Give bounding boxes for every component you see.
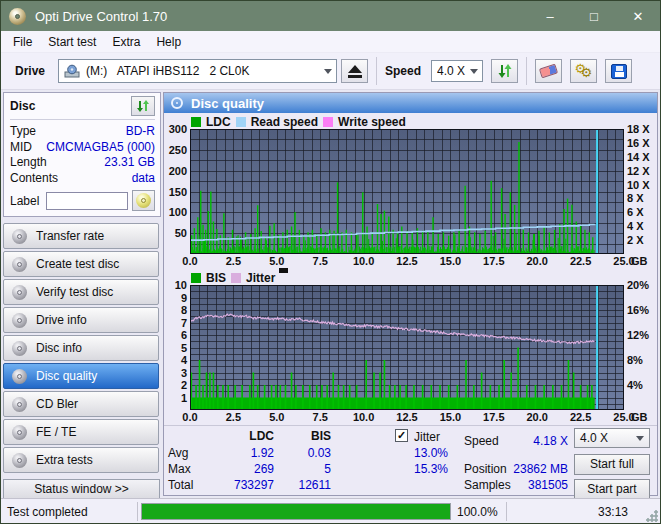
axis-tick-label: 15.0 (440, 255, 461, 267)
jitter-legend-swatch (231, 273, 241, 283)
axis-tick-label: 20.0 (526, 255, 547, 267)
menu-item-help[interactable]: Help (148, 33, 189, 51)
axis-tick-label: 6 (164, 329, 187, 341)
sidebar-item-extra-tests[interactable]: Extra tests (3, 447, 159, 473)
drive-icon (64, 64, 81, 78)
close-icon[interactable]: ✕ (616, 1, 660, 31)
axis-tick-label: 8 (164, 304, 187, 316)
axis-tick-label: 12.5 (396, 255, 417, 267)
axis-tick-label: 20% (627, 279, 649, 291)
ldc-chart-plot (190, 129, 624, 254)
quality-speed-select[interactable]: 4.0 X (574, 428, 650, 448)
jitter-checkbox[interactable]: ✓ (395, 429, 408, 442)
disc-icon (12, 285, 27, 300)
disc-icon (12, 313, 27, 328)
maximize-icon[interactable]: □ (572, 1, 616, 31)
legend-label: Jitter (246, 271, 275, 285)
axis-tick-label: 2.5 (226, 411, 241, 423)
disc-field-mid: MIDCMCMAGBA5 (000) (10, 140, 155, 156)
refresh-button[interactable] (491, 59, 518, 83)
ldc-legend-swatch (191, 117, 201, 127)
axis-tick-label: 18 X (627, 123, 650, 135)
start-full-button[interactable]: Start full (574, 454, 650, 475)
axis-tick-label: 10 X (627, 179, 650, 191)
sidebar-item-label: Drive info (36, 313, 87, 327)
disc-icon (12, 257, 27, 272)
title-bar[interactable]: Opti Drive Control 1.70 – □ ✕ (1, 1, 660, 31)
sidebar-item-label: Disc quality (36, 369, 97, 383)
bis-chart-x-axis: 0.02.55.07.510.012.515.017.520.022.525.0… (164, 410, 657, 425)
gears-icon: ⚙⚙ (575, 62, 593, 80)
sidebar-item-label: Disc info (36, 341, 82, 355)
disc-icon (12, 425, 27, 440)
axis-tick-label: 5.0 (269, 255, 284, 267)
bis-legend-swatch (191, 273, 201, 283)
legend-label: Read speed (251, 115, 318, 129)
axis-tick-label: 6 X (627, 206, 644, 218)
axis-tick-label: 200 (164, 165, 187, 177)
status-window-button[interactable]: Status window >> (3, 479, 160, 499)
erase-disc-button[interactable] (535, 59, 562, 83)
field-value: CMCMAGBA5 (000) (46, 140, 155, 156)
start-part-button[interactable]: Start part (574, 479, 650, 500)
row-label-max: Max (168, 462, 191, 476)
jitter-checkbox-label: Jitter (414, 430, 440, 444)
menu-item-extra[interactable]: Extra (104, 33, 148, 51)
save-button[interactable] (605, 59, 632, 83)
sidebar-item-drive-info[interactable]: Drive info (3, 307, 159, 333)
disc-icon (12, 453, 27, 468)
ldc-chart-x-axis: 0.02.55.07.510.012.515.017.520.022.525.0… (164, 254, 657, 269)
menu-item-file[interactable]: File (5, 33, 40, 51)
eject-button[interactable] (341, 59, 368, 83)
drive-value: (M:) ATAPI iHBS112 2 CL0K (86, 64, 320, 78)
sidebar-item-label: Verify test disc (36, 285, 113, 299)
sidebar-item-disc-info[interactable]: Disc info (3, 335, 159, 361)
disc-label-input[interactable] (46, 192, 128, 210)
resize-grip[interactable] (646, 510, 658, 522)
axis-tick-label: 22.5 (570, 255, 591, 267)
axis-tick-label: 16% (627, 304, 649, 316)
sidebar-item-fe-te[interactable]: FE / TE (3, 419, 159, 445)
disc-label-caption: Label (10, 194, 39, 208)
toolbar-separator (526, 57, 527, 85)
field-value: data (132, 171, 155, 187)
menu-item-start-test[interactable]: Start test (40, 33, 104, 51)
refresh-disc-button[interactable] (131, 96, 155, 116)
sidebar-item-create-test-disc[interactable]: Create test disc (3, 251, 159, 277)
eraser-icon (539, 64, 558, 79)
panel-title: Disc quality (191, 96, 264, 111)
axis-tick-label: 17.5 (483, 411, 504, 423)
disc-label-write-button[interactable] (132, 190, 155, 211)
axis-tick-label: 14 X (627, 151, 650, 163)
axis-unit-label: GB (631, 411, 648, 423)
chevron-down-icon (324, 69, 332, 74)
drive-label: Drive (15, 64, 45, 78)
axis-tick-label: 22.5 (570, 411, 591, 423)
settings-button[interactable]: ⚙⚙ (570, 59, 597, 83)
row-label-total: Total (168, 478, 193, 492)
axis-tick-label: 2 (164, 379, 187, 391)
speed-select[interactable]: 4.0 X (431, 60, 483, 82)
sidebar-item-verify-test-disc[interactable]: Verify test disc (3, 279, 159, 305)
ldc-chart-legend: LDCRead speedWrite speed (191, 114, 657, 129)
sidebar-item-disc-quality[interactable]: Disc quality (3, 363, 159, 389)
status-bar: Test completed 100.0% 33:13 (1, 498, 660, 524)
sidebar-item-label: Transfer rate (36, 229, 104, 243)
axis-tick-label: 100 (164, 206, 187, 218)
axis-unit-label: GB (631, 255, 648, 267)
axis-tick-label: 7 (164, 317, 187, 329)
axis-tick-label: 4% (627, 379, 643, 391)
disc-panel: Disc TypeBD-RMIDCMCMAGBA5 (000)Length23.… (3, 92, 161, 217)
info-value-speed: 4.18 X (490, 434, 568, 448)
status-text: Test completed (7, 505, 88, 519)
axis-tick-label: 10.0 (353, 255, 374, 267)
minimize-icon[interactable]: – (528, 1, 572, 31)
axis-tick-label: 4 X (627, 220, 644, 232)
window-title: Opti Drive Control 1.70 (35, 9, 528, 24)
disc-panel-title: Disc (10, 99, 35, 113)
disc-quality-icon (171, 97, 183, 109)
sidebar-item-transfer-rate[interactable]: Transfer rate (3, 223, 159, 249)
drive-select[interactable]: (M:) ATAPI iHBS112 2 CL0K (58, 59, 337, 83)
window-controls: – □ ✕ (528, 1, 660, 31)
sidebar-item-cd-bler[interactable]: CD Bler (3, 391, 159, 417)
